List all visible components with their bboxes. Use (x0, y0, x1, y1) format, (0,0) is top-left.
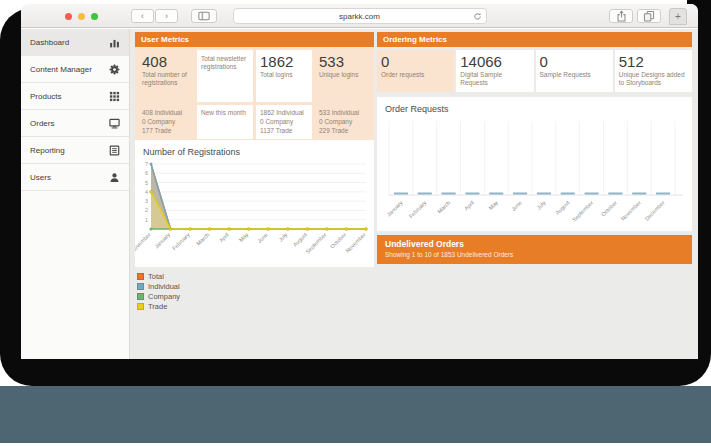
minimize-window-button[interactable] (78, 13, 85, 20)
metric-detail: 533 Individual (319, 109, 367, 118)
undelivered-orders-title: Undelivered Orders (385, 239, 684, 249)
ordering-metrics-panel: Ordering Metrics 0Order requests14066Dig… (377, 32, 692, 92)
user-metrics-panel: User Metrics 408Total number of registra… (135, 32, 374, 142)
user-metrics-header: User Metrics (135, 32, 374, 47)
svg-text:May: May (238, 231, 250, 243)
legend-item-trade: Trade (137, 302, 180, 311)
svg-text:March: March (195, 231, 210, 246)
metric-cell: 408 Individual0 Company177 Trade (138, 105, 194, 139)
legend-label: Trade (148, 302, 167, 311)
chevron-left-icon: ‹ (141, 12, 144, 21)
metric-value: 512 (619, 54, 688, 70)
svg-text:April: April (218, 231, 230, 243)
main-content: User Metrics 408Total number of registra… (130, 29, 698, 359)
metric-value: 0 (540, 54, 609, 70)
url-text: sparkk.com (339, 12, 380, 21)
metric-label: Total logins (260, 71, 308, 79)
legend-swatch (137, 273, 144, 280)
metric-label: Total number of registrations (142, 71, 190, 88)
plus-icon: + (675, 11, 681, 22)
browser-chrome: ‹ › sparkk.com + (21, 4, 698, 28)
sidebar-item-products[interactable]: Products (21, 83, 129, 110)
legend-swatch (137, 283, 144, 290)
monitor-icon (109, 118, 120, 129)
registrations-chart-panel: Number of Registrations 1234567NovemberJ… (135, 140, 374, 267)
svg-text:June: June (510, 199, 523, 212)
sidebar-item-dashboard[interactable]: Dashboard (21, 29, 129, 56)
metric-detail: 1137 Trade (260, 127, 308, 136)
ordering-metrics-grid: 0Order requests14066Digital Sample Reque… (377, 47, 692, 92)
user-metrics-title: User Metrics (141, 35, 189, 44)
forward-button[interactable]: › (155, 9, 178, 23)
metric-value: 1862 (260, 54, 308, 70)
svg-text:January: January (153, 231, 171, 249)
svg-text:August: August (554, 199, 571, 216)
legend-label: Individual (148, 282, 180, 291)
sidebar-item-label: Dashboard (30, 38, 69, 47)
svg-text:7: 7 (145, 161, 148, 167)
metric-cell: 533 Individual0 Company229 Trade (315, 105, 371, 139)
background-band (0, 386, 711, 443)
legend-label: Total (148, 272, 164, 281)
svg-text:August: August (292, 231, 309, 248)
metric-detail: 229 Trade (319, 127, 367, 136)
metric-value: 14066 (460, 54, 529, 70)
sidebar-item-label: Products (30, 92, 62, 101)
metric-detail: 408 Individual (142, 109, 190, 118)
svg-text:October: October (600, 199, 618, 217)
legend-swatch (137, 293, 144, 300)
close-window-button[interactable] (65, 13, 72, 20)
sidebar-item-content-manager[interactable]: Content Manager (21, 56, 129, 83)
metric-cell: 512Unique Designs added to Storyboards (615, 50, 692, 92)
sidebar-item-orders[interactable]: Orders (21, 110, 129, 137)
share-button[interactable] (609, 9, 633, 23)
report-icon (109, 145, 120, 156)
svg-text:November: November (620, 199, 642, 221)
tabs-icon (643, 10, 655, 22)
tabs-button[interactable] (637, 9, 661, 23)
back-button[interactable]: ‹ (131, 9, 154, 23)
svg-text:February: February (171, 231, 191, 251)
legend-label: Company (148, 292, 180, 301)
users-icon (109, 172, 120, 183)
metric-label: Unique Designs added to Storyboards (619, 71, 688, 88)
gear-icon (109, 64, 120, 75)
bar-chart-icon (109, 37, 120, 48)
chevron-right-icon: › (165, 12, 168, 21)
metric-label: Digital Sample Requests (460, 71, 529, 88)
legend-item-total: Total (137, 272, 180, 281)
svg-text:November: November (135, 231, 152, 253)
user-metrics-grid: 408Total number of registrationsTotal ne… (135, 47, 374, 142)
metric-detail: 0 Company (319, 118, 367, 127)
browser-window: ‹ › sparkk.com + DashboardContent Manage… (21, 4, 698, 359)
svg-text:November: November (345, 231, 367, 253)
refresh-icon[interactable] (473, 12, 482, 21)
new-tab-button[interactable]: + (669, 8, 687, 25)
metric-value: 408 (142, 54, 190, 70)
metric-label: Total newsletter registrations (201, 55, 249, 72)
legend-item-company: Company (137, 292, 180, 301)
svg-text:6: 6 (145, 170, 148, 176)
metric-value: 0 (381, 54, 450, 70)
sidebar-item-reporting[interactable]: Reporting (21, 137, 129, 164)
sidebar-toggle-button[interactable] (191, 9, 217, 23)
svg-text:September: September (304, 231, 327, 254)
metric-label: Order requests (381, 71, 450, 79)
svg-text:June: June (256, 231, 269, 244)
address-bar[interactable]: sparkk.com (233, 8, 487, 24)
legend-item-individual: Individual (137, 282, 180, 291)
sidebar-icon (198, 11, 210, 21)
metric-cell: 0Order requests (377, 50, 454, 92)
metric-detail: 177 Trade (142, 127, 190, 136)
metric-detail: New this month (201, 109, 249, 118)
legend-swatch (137, 303, 144, 310)
svg-text:January: January (386, 199, 404, 217)
undelivered-orders-header: Undelivered Orders Showing 1 to 10 of 18… (377, 235, 692, 264)
order-requests-chart: JanuaryFebruaryMarchAprilMayJuneJulyAugu… (377, 115, 690, 227)
ordering-metrics-title: Ordering Metrics (383, 35, 447, 44)
sidebar-item-label: Content Manager (30, 65, 92, 74)
sidebar-item-label: Reporting (30, 146, 65, 155)
zoom-window-button[interactable] (91, 13, 98, 20)
sidebar-item-users[interactable]: Users (21, 164, 129, 191)
page-scene: ‹ › sparkk.com + DashboardContent Manage… (0, 0, 711, 446)
